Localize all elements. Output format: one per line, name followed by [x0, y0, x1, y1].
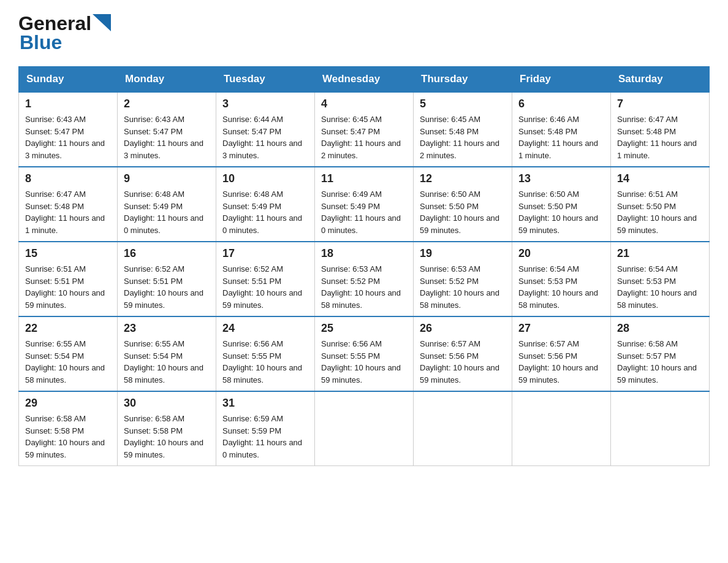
sunset: Sunset: 5:55 PM	[222, 350, 308, 362]
day-number: 4	[321, 98, 407, 110]
day-info: Sunrise: 6:58 AM Sunset: 5:58 PM Dayligh…	[124, 413, 210, 461]
day-info: Sunrise: 6:54 AM Sunset: 5:53 PM Dayligh…	[617, 263, 703, 311]
col-wednesday: Wednesday	[315, 67, 414, 93]
col-tuesday: Tuesday	[216, 67, 315, 93]
calendar-header-row: Sunday Monday Tuesday Wednesday Thursday…	[19, 67, 710, 93]
calendar-week-row: 1 Sunrise: 6:43 AM Sunset: 5:47 PM Dayli…	[19, 92, 710, 167]
day-number: 1	[25, 98, 111, 110]
day-number: 22	[25, 322, 111, 335]
sunrise: Sunrise: 6:54 AM	[617, 263, 703, 275]
svg-marker-0	[93, 14, 111, 31]
calendar-day-cell	[315, 391, 414, 466]
sunrise: Sunrise: 6:58 AM	[25, 413, 111, 425]
sunset: Sunset: 5:54 PM	[124, 350, 210, 362]
daylight: Daylight: 10 hours and 59 minutes.	[518, 212, 604, 236]
day-number: 24	[222, 322, 308, 335]
calendar-week-row: 22 Sunrise: 6:55 AM Sunset: 5:54 PM Dayl…	[19, 316, 710, 391]
sunrise: Sunrise: 6:48 AM	[124, 188, 210, 201]
sunset: Sunset: 5:55 PM	[321, 350, 407, 362]
daylight: Daylight: 11 hours and 1 minute.	[25, 212, 111, 236]
sunrise: Sunrise: 6:53 AM	[420, 263, 506, 275]
sunrise: Sunrise: 6:53 AM	[321, 263, 407, 275]
day-number: 14	[617, 172, 703, 185]
calendar-week-row: 8 Sunrise: 6:47 AM Sunset: 5:48 PM Dayli…	[19, 167, 710, 242]
day-info: Sunrise: 6:45 AM Sunset: 5:47 PM Dayligh…	[321, 113, 407, 161]
day-number: 11	[321, 172, 407, 185]
day-number: 26	[420, 322, 506, 335]
calendar-day-cell: 29 Sunrise: 6:58 AM Sunset: 5:58 PM Dayl…	[19, 391, 118, 466]
sunrise: Sunrise: 6:45 AM	[420, 113, 506, 126]
day-number: 23	[124, 322, 210, 335]
sunrise: Sunrise: 6:56 AM	[321, 338, 407, 350]
sunrise: Sunrise: 6:46 AM	[518, 113, 604, 126]
day-number: 13	[518, 172, 604, 185]
col-monday: Monday	[118, 67, 216, 93]
day-info: Sunrise: 6:43 AM Sunset: 5:47 PM Dayligh…	[25, 113, 111, 161]
calendar-day-cell: 7 Sunrise: 6:47 AM Sunset: 5:48 PM Dayli…	[611, 92, 710, 167]
day-number: 30	[124, 397, 210, 410]
day-number: 8	[25, 172, 111, 185]
daylight: Daylight: 10 hours and 58 minutes.	[617, 287, 703, 311]
day-info: Sunrise: 6:43 AM Sunset: 5:47 PM Dayligh…	[124, 113, 210, 161]
calendar-day-cell: 21 Sunrise: 6:54 AM Sunset: 5:53 PM Dayl…	[611, 242, 710, 316]
day-number: 7	[617, 98, 703, 110]
sunset: Sunset: 5:59 PM	[222, 425, 308, 437]
calendar-day-cell: 8 Sunrise: 6:47 AM Sunset: 5:48 PM Dayli…	[19, 167, 118, 242]
calendar-day-cell: 1 Sunrise: 6:43 AM Sunset: 5:47 PM Dayli…	[19, 92, 118, 167]
calendar-day-cell: 3 Sunrise: 6:44 AM Sunset: 5:47 PM Dayli…	[216, 92, 315, 167]
calendar-table: Sunday Monday Tuesday Wednesday Thursday…	[18, 66, 710, 466]
calendar-day-cell: 12 Sunrise: 6:50 AM Sunset: 5:50 PM Dayl…	[414, 167, 512, 242]
sunrise: Sunrise: 6:48 AM	[222, 188, 308, 201]
calendar-day-cell: 17 Sunrise: 6:52 AM Sunset: 5:51 PM Dayl…	[216, 242, 315, 316]
calendar-day-cell: 15 Sunrise: 6:51 AM Sunset: 5:51 PM Dayl…	[19, 242, 118, 316]
daylight: Daylight: 11 hours and 1 minute.	[518, 137, 604, 161]
day-info: Sunrise: 6:57 AM Sunset: 5:56 PM Dayligh…	[420, 338, 506, 386]
calendar-day-cell	[512, 391, 611, 466]
day-info: Sunrise: 6:48 AM Sunset: 5:49 PM Dayligh…	[124, 188, 210, 236]
daylight: Daylight: 10 hours and 59 minutes.	[420, 362, 506, 386]
calendar-day-cell: 11 Sunrise: 6:49 AM Sunset: 5:49 PM Dayl…	[315, 167, 414, 242]
day-info: Sunrise: 6:49 AM Sunset: 5:49 PM Dayligh…	[321, 188, 407, 236]
calendar-day-cell: 4 Sunrise: 6:45 AM Sunset: 5:47 PM Dayli…	[315, 92, 414, 167]
sunset: Sunset: 5:50 PM	[518, 201, 604, 213]
col-friday: Friday	[512, 67, 611, 93]
daylight: Daylight: 10 hours and 59 minutes.	[518, 362, 604, 386]
sunset: Sunset: 5:57 PM	[617, 350, 703, 362]
sunset: Sunset: 5:56 PM	[420, 350, 506, 362]
sunset: Sunset: 5:49 PM	[321, 201, 407, 213]
sunrise: Sunrise: 6:51 AM	[617, 188, 703, 201]
sunrise: Sunrise: 6:58 AM	[617, 338, 703, 350]
day-info: Sunrise: 6:56 AM Sunset: 5:55 PM Dayligh…	[321, 338, 407, 386]
day-number: 2	[124, 98, 210, 110]
calendar-day-cell: 18 Sunrise: 6:53 AM Sunset: 5:52 PM Dayl…	[315, 242, 414, 316]
col-sunday: Sunday	[19, 67, 118, 93]
day-number: 12	[420, 172, 506, 185]
sunrise: Sunrise: 6:51 AM	[25, 263, 111, 275]
col-saturday: Saturday	[611, 67, 710, 93]
day-info: Sunrise: 6:46 AM Sunset: 5:48 PM Dayligh…	[518, 113, 604, 161]
daylight: Daylight: 10 hours and 59 minutes.	[25, 437, 111, 461]
day-info: Sunrise: 6:58 AM Sunset: 5:58 PM Dayligh…	[25, 413, 111, 461]
calendar-day-cell: 20 Sunrise: 6:54 AM Sunset: 5:53 PM Dayl…	[512, 242, 611, 316]
day-info: Sunrise: 6:50 AM Sunset: 5:50 PM Dayligh…	[518, 188, 604, 236]
daylight: Daylight: 11 hours and 0 minutes.	[124, 212, 210, 236]
sunset: Sunset: 5:52 PM	[321, 275, 407, 288]
sunrise: Sunrise: 6:47 AM	[617, 113, 703, 126]
calendar-day-cell: 14 Sunrise: 6:51 AM Sunset: 5:50 PM Dayl…	[611, 167, 710, 242]
calendar-day-cell: 9 Sunrise: 6:48 AM Sunset: 5:49 PM Dayli…	[118, 167, 216, 242]
sunset: Sunset: 5:56 PM	[518, 350, 604, 362]
day-info: Sunrise: 6:56 AM Sunset: 5:55 PM Dayligh…	[222, 338, 308, 386]
daylight: Daylight: 11 hours and 3 minutes.	[222, 137, 308, 161]
sunrise: Sunrise: 6:45 AM	[321, 113, 407, 126]
day-number: 31	[222, 397, 308, 410]
sunrise: Sunrise: 6:43 AM	[25, 113, 111, 126]
day-info: Sunrise: 6:52 AM Sunset: 5:51 PM Dayligh…	[124, 263, 210, 311]
sunset: Sunset: 5:47 PM	[124, 126, 210, 138]
sunrise: Sunrise: 6:59 AM	[222, 413, 308, 425]
sunset: Sunset: 5:47 PM	[321, 126, 407, 138]
sunset: Sunset: 5:49 PM	[124, 201, 210, 213]
day-number: 29	[25, 397, 111, 410]
sunset: Sunset: 5:47 PM	[25, 126, 111, 138]
logo-arrow-icon	[93, 14, 111, 34]
daylight: Daylight: 11 hours and 0 minutes.	[321, 212, 407, 236]
